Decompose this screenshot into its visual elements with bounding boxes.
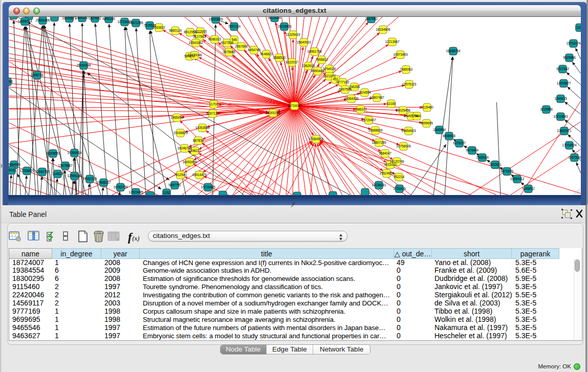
svg-text:9245612: 9245612: [522, 187, 535, 190]
svg-text:887834: 887834: [192, 139, 204, 142]
svg-text:19166825: 19166825: [173, 131, 188, 135]
svg-text:17016504: 17016504: [562, 143, 577, 147]
svg-text:252214: 252214: [393, 175, 404, 179]
svg-text:2933114: 2933114: [476, 156, 489, 159]
svg-text:6497508: 6497508: [339, 87, 352, 91]
svg-text:12213967: 12213967: [385, 40, 400, 43]
svg-text:15751074: 15751074: [566, 41, 581, 45]
svg-text:17957225: 17957225: [82, 177, 97, 181]
svg-text:3624554: 3624554: [358, 91, 371, 94]
svg-text:20691406: 20691406: [35, 18, 50, 22]
svg-text:20364436: 20364436: [344, 97, 359, 100]
svg-text:13975887: 13975887: [58, 164, 73, 167]
svg-text:18807289: 18807289: [372, 141, 386, 144]
svg-text:9474444: 9474444: [466, 148, 478, 152]
svg-text:14055714: 14055714: [17, 19, 32, 23]
svg-text:1484506: 1484506: [9, 163, 20, 166]
svg-text:11700: 11700: [209, 102, 218, 106]
svg-text:9146821: 9146821: [260, 52, 273, 56]
svg-text:16914479: 16914479: [192, 173, 207, 177]
svg-text:3875685: 3875685: [223, 50, 235, 54]
svg-text:20756928: 20756928: [396, 144, 411, 148]
svg-text:62160: 62160: [386, 102, 396, 105]
svg-text:130260: 130260: [9, 80, 13, 83]
svg-text:16033809: 16033809: [208, 17, 223, 21]
svg-text:9227342: 9227342: [556, 67, 569, 71]
svg-text:10654112: 10654112: [510, 177, 524, 181]
svg-text:8813054: 8813054: [268, 17, 281, 19]
svg-text:8186323: 8186323: [208, 37, 221, 41]
svg-text:16154808: 16154808: [376, 28, 390, 31]
svg-text:20206551: 20206551: [46, 151, 60, 155]
svg-text:9127503: 9127503: [193, 35, 206, 38]
svg-text:12093877: 12093877: [556, 81, 571, 85]
svg-text:8454749: 8454749: [248, 48, 260, 52]
svg-text:7486372: 7486372: [354, 107, 367, 111]
svg-text:10807487: 10807487: [369, 96, 384, 99]
svg-text:19384554: 19384554: [309, 137, 323, 141]
svg-text:9699695: 9699695: [420, 121, 433, 125]
svg-text:3215958: 3215958: [540, 107, 553, 111]
svg-text:6466160: 6466160: [102, 17, 115, 20]
svg-text:1527602: 1527602: [89, 17, 101, 20]
svg-text:19654923: 19654923: [401, 129, 416, 133]
svg-text:6379197: 6379197: [453, 141, 466, 145]
svg-text:9794028: 9794028: [323, 67, 336, 71]
svg-text:1965498: 1965498: [170, 116, 183, 119]
svg-text:18724007: 18724007: [287, 104, 302, 107]
svg-text:29053346: 29053346: [76, 63, 91, 67]
svg-text:9777169: 9777169: [336, 80, 349, 84]
svg-text:1588520: 1588520: [273, 56, 286, 59]
svg-text:114519: 114519: [52, 172, 63, 176]
svg-text:7955812: 7955812: [315, 58, 328, 61]
svg-text:12156829: 12156829: [19, 169, 34, 172]
svg-text:1322605: 1322605: [194, 30, 207, 33]
svg-text:9115460: 9115460: [421, 105, 433, 109]
svg-text:546: 546: [231, 38, 237, 41]
svg-text:15524851: 15524851: [379, 171, 394, 175]
svg-text:12975115: 12975115: [402, 82, 416, 86]
svg-text:12923485: 12923485: [128, 190, 143, 194]
svg-text:10688609: 10688609: [368, 128, 383, 132]
svg-text:1362615: 1362615: [302, 64, 315, 68]
svg-text:1112: 1112: [576, 26, 580, 29]
svg-text:7357224: 7357224: [228, 25, 241, 28]
svg-text:7632621: 7632621: [489, 163, 502, 166]
svg-text:(x): (x): [132, 234, 140, 242]
svg-text:9684047: 9684047: [379, 151, 391, 155]
svg-text:16671355: 16671355: [128, 21, 143, 25]
svg-text:7612540: 7612540: [174, 173, 187, 177]
svg-text:1733426: 1733426: [393, 187, 406, 190]
svg-text:15720407: 15720407: [361, 118, 376, 122]
svg-text:22420046: 22420046: [187, 53, 202, 57]
svg-text:2687682: 2687682: [365, 17, 378, 20]
svg-text:10973493: 10973493: [393, 53, 408, 56]
svg-text:10653267: 10653267: [75, 17, 90, 19]
svg-text:12505135: 12505135: [67, 174, 82, 178]
svg-text:13692971: 13692971: [557, 129, 572, 133]
svg-text:9329966: 9329966: [563, 56, 576, 59]
svg-text:10025458: 10025458: [396, 108, 410, 112]
svg-text:16093459: 16093459: [182, 160, 197, 164]
svg-text:7485063: 7485063: [400, 68, 412, 71]
svg-text:1167534: 1167534: [568, 156, 581, 159]
svg-text:8990448: 8990448: [311, 69, 324, 73]
svg-text:19218506: 19218506: [277, 25, 292, 28]
svg-text:16543362: 16543362: [188, 41, 203, 45]
svg-text:15716485: 15716485: [201, 185, 215, 189]
svg-text:8471676: 8471676: [500, 169, 513, 173]
svg-text:1640954: 1640954: [433, 128, 446, 132]
svg-text:9457791: 9457791: [168, 183, 181, 187]
svg-text:1508716: 1508716: [31, 73, 43, 77]
svg-text:7663822: 7663822: [153, 26, 165, 29]
svg-text:1615132: 1615132: [384, 163, 397, 166]
svg-text:2967608: 2967608: [235, 45, 248, 48]
svg-text:9860124: 9860124: [169, 29, 182, 32]
svg-text:14136141: 14136141: [372, 183, 386, 187]
svg-text:1498222: 1498222: [188, 149, 201, 152]
svg-text:14353584: 14353584: [195, 126, 210, 129]
svg-text:11325419: 11325419: [286, 33, 300, 36]
svg-text:16782759: 16782759: [113, 185, 128, 189]
svg-text:16120746: 16120746: [389, 160, 404, 163]
svg-text:15640910: 15640910: [296, 40, 311, 44]
